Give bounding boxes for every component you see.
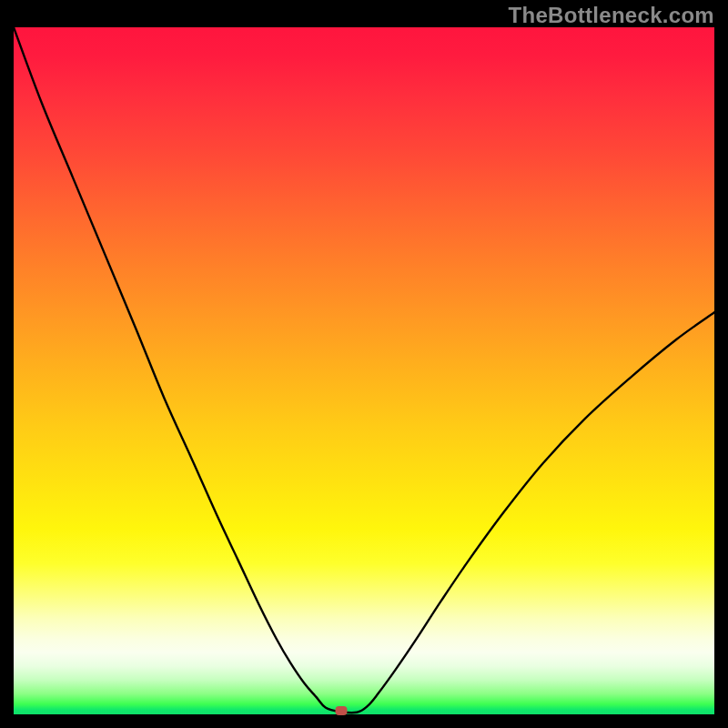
chart-stage: TheBottleneck.com	[0, 0, 728, 728]
bottleneck-curve	[14, 27, 714, 714]
plot-area	[14, 27, 714, 714]
watermark-text: TheBottleneck.com	[509, 3, 714, 28]
optimum-marker	[335, 706, 347, 715]
